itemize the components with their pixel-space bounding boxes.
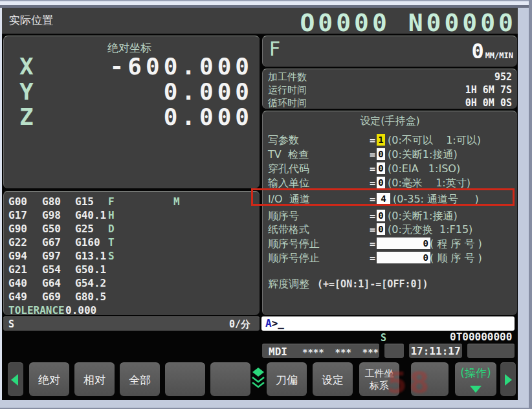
setting-value-field[interactable]: 0 — [377, 223, 385, 235]
setting-row-input-unit: 输入单位 = 0 (0:毫米 1:英寸) — [263, 176, 517, 190]
setting-label: 顺序号 — [268, 210, 299, 223]
setting-value-field[interactable]: 1 — [377, 134, 385, 146]
gcode: G22 — [8, 236, 27, 249]
gcode: G160 — [75, 236, 100, 249]
cycle-time-row: 循环时间 0H 0M 0S — [263, 96, 517, 109]
equals-sign: = — [370, 224, 375, 236]
softkey-relative[interactable]: 相对 — [74, 362, 115, 396]
gcode: G54.2 — [75, 277, 106, 289]
setting-value-field[interactable]: 0 — [377, 148, 385, 160]
gcode: G98 — [42, 209, 61, 221]
softkey-tool-offset[interactable]: 刀偏 — [267, 362, 307, 396]
softkey-page-left-button[interactable] — [8, 362, 23, 396]
axis-row-z: Z 0.000 — [4, 104, 260, 129]
brightness-label: 辉度调整 — [268, 278, 309, 291]
gcode-row: G90 G50 G25 D — [4, 223, 260, 236]
gcode: G49 — [8, 291, 27, 303]
io-channel-highlight-box — [251, 188, 515, 206]
program-number: O0000 N00000 — [300, 8, 516, 37]
spindle-label: S — [8, 318, 14, 330]
setting-row-punch-code: 穿孔代码 = 0 (0:EIA 1:ISO) — [263, 162, 517, 175]
axis-name: X — [19, 53, 34, 80]
status-stars: **** *** *** — [302, 347, 379, 357]
setting-row-write-param: 写参数 = 1 (0:不可以 1:可以) — [263, 133, 517, 147]
gcode: G80.5 — [75, 291, 106, 303]
settings-title: 设定(手持盒) — [263, 115, 517, 128]
feedrate-panel: F 0 MM/MIN — [262, 36, 517, 67]
setting-row-seq-stop-sequence: 顺序号停止 = 0 ( 顺 序 号 ) — [263, 251, 517, 265]
setting-value-field[interactable]: 0 — [377, 162, 385, 174]
setting-hint: ( 程 序 号 ) — [430, 238, 482, 251]
feed-label: F — [269, 38, 280, 60]
softkey-blank-2[interactable] — [210, 362, 250, 396]
setting-row-tv-check: TV 检查 = 0 (0:关断1:接通) — [263, 148, 517, 161]
tolerance-label: TOLERANCE — [8, 304, 65, 316]
gcode-row: G40 G64 G54.2 — [4, 277, 260, 291]
gcode-row: G22 G67 G160 T — [4, 236, 260, 250]
softkey-work-coord-system[interactable]: 工件坐 标系 — [359, 362, 399, 396]
parts-count-row: 加工件数 952 — [263, 71, 517, 83]
right-arrow-icon — [505, 374, 512, 386]
softkey-absolute[interactable]: 绝对 — [29, 362, 69, 396]
equals-sign: = — [370, 210, 375, 222]
spindle-speed-bar: S 0/分 — [3, 316, 260, 331]
counter-value: 1H 6M 7S — [465, 84, 512, 96]
gcode-row: G21 G54 G50.1 — [4, 263, 260, 277]
status-spindle-label: S — [381, 332, 386, 344]
status-spacer-box — [467, 344, 515, 358]
gcode: G94 — [8, 250, 27, 262]
softkey-page-right-button[interactable] — [500, 362, 516, 396]
axis-row-y: Y 0.000 — [4, 78, 260, 104]
absolute-position-panel: 绝对坐标 X -600.000 Y 0.000 Z 0.000 — [3, 36, 260, 188]
counter-value: 952 — [494, 71, 512, 83]
setting-hint: ( 顺 序 号 ) — [430, 252, 482, 265]
modal-letter: S — [108, 250, 115, 262]
page-layers-icon — [252, 367, 265, 389]
gcode: G80 — [42, 195, 61, 208]
command-prompt-cursor: >_ — [272, 317, 284, 329]
command-channel: A — [265, 317, 272, 329]
equals-sign: = — [370, 135, 375, 146]
setting-value-field[interactable]: 0 — [377, 252, 430, 263]
counter-label: 运行时间 — [268, 84, 307, 96]
axis-value: -600.000 — [110, 53, 253, 80]
equals-sign: = — [370, 149, 375, 160]
axis-row-x: X -600.000 — [4, 53, 260, 78]
setting-hint: (0:EIA 1:ISO) — [388, 162, 460, 175]
setting-value-field[interactable]: 0 — [377, 210, 385, 221]
equals-sign: = — [370, 163, 375, 175]
gcode: G15 — [75, 195, 94, 208]
setting-label: 纸带格式 — [268, 223, 309, 237]
softkey-blank-3[interactable] — [411, 362, 449, 396]
tolerance-value: 0.000 — [65, 304, 96, 316]
spindle-value: 0/分 — [229, 318, 250, 331]
run-time-row: 运行时间 1H 6M 7S — [263, 83, 517, 96]
gcode: G40.1 — [75, 209, 106, 221]
softkey-blank-1[interactable] — [165, 362, 205, 396]
setting-label: 穿孔代码 — [268, 162, 309, 176]
gcode: G40 — [8, 277, 27, 289]
softkey-all[interactable]: 全部 — [120, 362, 160, 396]
feed-value: 0 — [471, 39, 483, 63]
modal-letter: M — [173, 195, 180, 208]
setting-label: TV 检查 — [268, 148, 309, 162]
axis-value: 0.000 — [164, 104, 253, 130]
softkey-setting[interactable]: 设定 — [313, 362, 353, 396]
counter-value: 0H 0M 0S — [465, 97, 512, 109]
setting-hint: (0:无变换 1:F15) — [388, 223, 472, 237]
setting-value-field[interactable]: 0 — [377, 238, 430, 249]
setting-value-field[interactable]: 0 — [377, 177, 385, 188]
softkey-operation[interactable]: (操作) — [455, 362, 496, 396]
equals-sign: = — [370, 177, 375, 189]
counter-label: 循环时间 — [268, 97, 307, 109]
mode-label: MDI — [269, 346, 287, 358]
counters-panel: 加工件数 952 运行时间 1H 6M 7S 循环时间 0H 0M 0S — [262, 69, 517, 109]
command-input-line[interactable]: A>_ — [261, 316, 515, 331]
axis-value: 0.000 — [164, 78, 253, 105]
gcode: G90 — [8, 223, 27, 235]
axis-name: Z — [19, 104, 34, 130]
setting-label: 顺序号停止 — [268, 238, 320, 251]
gcode: G21 — [8, 263, 27, 276]
clock: 17:11:17 — [409, 344, 462, 358]
brightness-hint: (+=[ON:1]-=[OFF:0]) — [317, 278, 428, 290]
